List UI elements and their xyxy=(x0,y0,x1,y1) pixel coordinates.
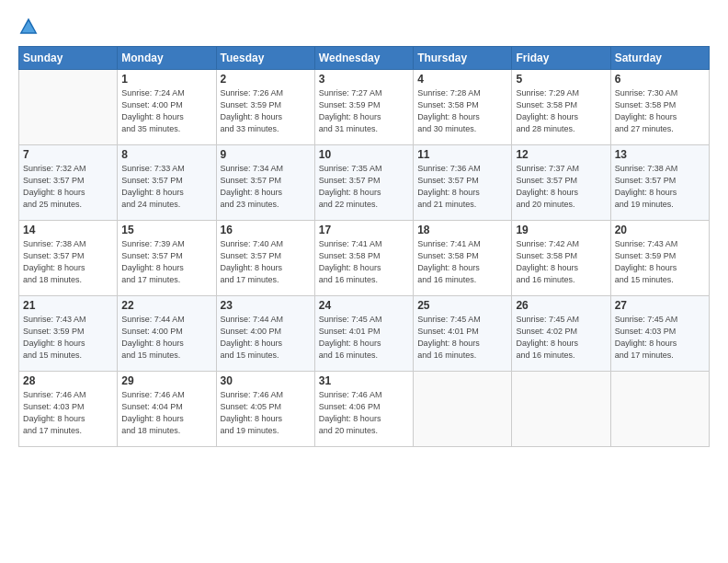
day-number: 16 xyxy=(221,224,311,236)
logo-icon xyxy=(18,17,39,37)
col-header-sunday: Sunday xyxy=(19,47,118,70)
day-info: Sunrise: 7:40 AM Sunset: 3:57 PM Dayligh… xyxy=(221,238,311,286)
day-number: 23 xyxy=(221,299,311,312)
day-number: 29 xyxy=(121,374,211,387)
page: SundayMondayTuesdayWednesdayThursdayFrid… xyxy=(0,0,728,563)
calendar-cell: 8Sunrise: 7:33 AM Sunset: 3:57 PM Daylig… xyxy=(118,145,216,221)
day-number: 31 xyxy=(319,374,409,387)
calendar-week-3: 14Sunrise: 7:38 AM Sunset: 3:57 PM Dayli… xyxy=(19,221,710,296)
day-number: 24 xyxy=(319,299,409,312)
day-info: Sunrise: 7:38 AM Sunset: 3:57 PM Dayligh… xyxy=(615,163,705,211)
calendar-cell xyxy=(414,372,512,447)
calendar-cell: 19Sunrise: 7:42 AM Sunset: 3:58 PM Dayli… xyxy=(512,221,610,296)
day-number: 25 xyxy=(417,299,507,312)
day-info: Sunrise: 7:45 AM Sunset: 4:03 PM Dayligh… xyxy=(615,314,705,362)
day-number: 15 xyxy=(121,224,211,236)
day-info: Sunrise: 7:38 AM Sunset: 3:57 PM Dayligh… xyxy=(23,238,113,286)
calendar-cell: 5Sunrise: 7:29 AM Sunset: 3:58 PM Daylig… xyxy=(512,70,610,145)
day-number: 13 xyxy=(615,148,705,161)
day-info: Sunrise: 7:46 AM Sunset: 4:06 PM Dayligh… xyxy=(319,389,409,437)
day-info: Sunrise: 7:35 AM Sunset: 3:57 PM Dayligh… xyxy=(319,163,409,211)
calendar: SundayMondayTuesdayWednesdayThursdayFrid… xyxy=(18,46,710,447)
day-number: 18 xyxy=(417,224,507,236)
day-info: Sunrise: 7:39 AM Sunset: 3:57 PM Dayligh… xyxy=(121,238,211,286)
calendar-cell: 11Sunrise: 7:36 AM Sunset: 3:57 PM Dayli… xyxy=(414,145,512,221)
calendar-cell xyxy=(19,70,118,145)
calendar-cell: 31Sunrise: 7:46 AM Sunset: 4:06 PM Dayli… xyxy=(314,372,413,447)
day-info: Sunrise: 7:42 AM Sunset: 3:58 PM Dayligh… xyxy=(516,238,606,286)
calendar-cell: 27Sunrise: 7:45 AM Sunset: 4:03 PM Dayli… xyxy=(610,296,709,372)
day-info: Sunrise: 7:28 AM Sunset: 3:58 PM Dayligh… xyxy=(417,87,507,135)
calendar-cell: 6Sunrise: 7:30 AM Sunset: 3:58 PM Daylig… xyxy=(610,70,709,145)
calendar-cell: 4Sunrise: 7:28 AM Sunset: 3:58 PM Daylig… xyxy=(414,70,512,145)
day-number: 5 xyxy=(516,73,606,86)
calendar-cell xyxy=(610,372,709,447)
calendar-week-2: 7Sunrise: 7:32 AM Sunset: 3:57 PM Daylig… xyxy=(19,145,710,221)
calendar-cell: 22Sunrise: 7:44 AM Sunset: 4:00 PM Dayli… xyxy=(118,296,216,372)
calendar-cell: 14Sunrise: 7:38 AM Sunset: 3:57 PM Dayli… xyxy=(19,221,118,296)
day-info: Sunrise: 7:41 AM Sunset: 3:58 PM Dayligh… xyxy=(319,238,409,286)
calendar-week-1: 1Sunrise: 7:24 AM Sunset: 4:00 PM Daylig… xyxy=(19,70,710,145)
day-info: Sunrise: 7:37 AM Sunset: 3:57 PM Dayligh… xyxy=(516,163,606,211)
day-number: 19 xyxy=(516,224,606,236)
day-info: Sunrise: 7:46 AM Sunset: 4:05 PM Dayligh… xyxy=(221,389,311,437)
calendar-cell: 17Sunrise: 7:41 AM Sunset: 3:58 PM Dayli… xyxy=(314,221,413,296)
day-number: 1 xyxy=(121,73,211,86)
day-info: Sunrise: 7:44 AM Sunset: 4:00 PM Dayligh… xyxy=(221,314,311,362)
day-info: Sunrise: 7:45 AM Sunset: 4:01 PM Dayligh… xyxy=(319,314,409,362)
calendar-cell: 1Sunrise: 7:24 AM Sunset: 4:00 PM Daylig… xyxy=(118,70,216,145)
day-number: 20 xyxy=(615,224,705,236)
logo xyxy=(18,17,42,37)
day-number: 27 xyxy=(615,299,705,312)
day-info: Sunrise: 7:30 AM Sunset: 3:58 PM Dayligh… xyxy=(615,87,705,135)
calendar-cell: 29Sunrise: 7:46 AM Sunset: 4:04 PM Dayli… xyxy=(118,372,216,447)
calendar-cell: 10Sunrise: 7:35 AM Sunset: 3:57 PM Dayli… xyxy=(314,145,413,221)
day-number: 6 xyxy=(615,73,705,86)
calendar-week-4: 21Sunrise: 7:43 AM Sunset: 3:59 PM Dayli… xyxy=(19,296,710,372)
calendar-cell: 9Sunrise: 7:34 AM Sunset: 3:57 PM Daylig… xyxy=(216,145,314,221)
day-info: Sunrise: 7:43 AM Sunset: 3:59 PM Dayligh… xyxy=(23,314,113,362)
day-info: Sunrise: 7:34 AM Sunset: 3:57 PM Dayligh… xyxy=(221,163,311,211)
day-info: Sunrise: 7:33 AM Sunset: 3:57 PM Dayligh… xyxy=(121,163,211,211)
day-info: Sunrise: 7:46 AM Sunset: 4:03 PM Dayligh… xyxy=(23,389,113,437)
day-number: 10 xyxy=(319,148,409,161)
col-header-wednesday: Wednesday xyxy=(314,47,413,70)
calendar-cell: 28Sunrise: 7:46 AM Sunset: 4:03 PM Dayli… xyxy=(19,372,118,447)
day-number: 21 xyxy=(23,299,113,312)
col-header-tuesday: Tuesday xyxy=(216,47,314,70)
calendar-cell: 30Sunrise: 7:46 AM Sunset: 4:05 PM Dayli… xyxy=(216,372,314,447)
day-number: 3 xyxy=(319,73,409,86)
col-header-saturday: Saturday xyxy=(610,47,709,70)
day-number: 9 xyxy=(221,148,311,161)
col-header-monday: Monday xyxy=(118,47,216,70)
day-number: 2 xyxy=(221,73,311,86)
calendar-cell: 15Sunrise: 7:39 AM Sunset: 3:57 PM Dayli… xyxy=(118,221,216,296)
day-info: Sunrise: 7:26 AM Sunset: 3:59 PM Dayligh… xyxy=(221,87,311,135)
day-info: Sunrise: 7:45 AM Sunset: 4:02 PM Dayligh… xyxy=(516,314,606,362)
calendar-cell: 26Sunrise: 7:45 AM Sunset: 4:02 PM Dayli… xyxy=(512,296,610,372)
day-info: Sunrise: 7:43 AM Sunset: 3:59 PM Dayligh… xyxy=(615,238,705,286)
calendar-cell: 7Sunrise: 7:32 AM Sunset: 3:57 PM Daylig… xyxy=(19,145,118,221)
day-number: 4 xyxy=(417,73,507,86)
calendar-cell xyxy=(512,372,610,447)
day-number: 11 xyxy=(417,148,507,161)
header xyxy=(18,17,710,37)
calendar-cell: 3Sunrise: 7:27 AM Sunset: 3:59 PM Daylig… xyxy=(314,70,413,145)
day-info: Sunrise: 7:29 AM Sunset: 3:58 PM Dayligh… xyxy=(516,87,606,135)
calendar-cell: 25Sunrise: 7:45 AM Sunset: 4:01 PM Dayli… xyxy=(414,296,512,372)
day-number: 26 xyxy=(516,299,606,312)
day-info: Sunrise: 7:44 AM Sunset: 4:00 PM Dayligh… xyxy=(121,314,211,362)
day-number: 22 xyxy=(121,299,211,312)
day-number: 8 xyxy=(121,148,211,161)
calendar-cell: 18Sunrise: 7:41 AM Sunset: 3:58 PM Dayli… xyxy=(414,221,512,296)
day-info: Sunrise: 7:45 AM Sunset: 4:01 PM Dayligh… xyxy=(417,314,507,362)
day-number: 7 xyxy=(23,148,113,161)
col-header-thursday: Thursday xyxy=(414,47,512,70)
calendar-cell: 20Sunrise: 7:43 AM Sunset: 3:59 PM Dayli… xyxy=(610,221,709,296)
day-number: 12 xyxy=(516,148,606,161)
day-info: Sunrise: 7:32 AM Sunset: 3:57 PM Dayligh… xyxy=(23,163,113,211)
calendar-header-row: SundayMondayTuesdayWednesdayThursdayFrid… xyxy=(19,47,710,70)
day-info: Sunrise: 7:24 AM Sunset: 4:00 PM Dayligh… xyxy=(121,87,211,135)
day-info: Sunrise: 7:46 AM Sunset: 4:04 PM Dayligh… xyxy=(121,389,211,437)
day-info: Sunrise: 7:27 AM Sunset: 3:59 PM Dayligh… xyxy=(319,87,409,135)
